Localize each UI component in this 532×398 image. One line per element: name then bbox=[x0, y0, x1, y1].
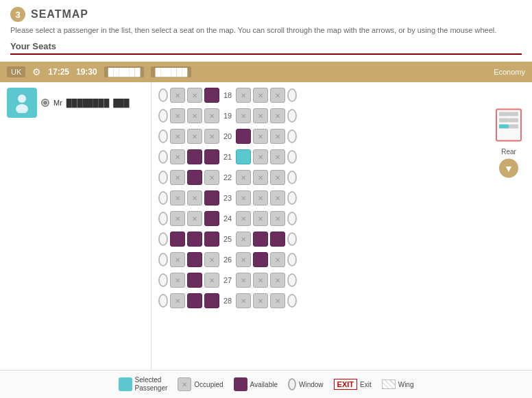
seat-24A[interactable] bbox=[170, 211, 185, 226]
mini-map bbox=[496, 109, 522, 142]
seat-23E[interactable] bbox=[253, 190, 268, 206]
window-oval-right bbox=[287, 212, 297, 225]
window-oval-right bbox=[287, 273, 297, 287]
seat-19C[interactable] bbox=[204, 108, 219, 123]
seat-19A[interactable] bbox=[170, 108, 185, 123]
legend-selected: SelectedPassenger bbox=[119, 376, 168, 393]
seat-26B[interactable] bbox=[187, 252, 202, 267]
seat-26A[interactable] bbox=[170, 252, 185, 267]
seat-27F[interactable] bbox=[270, 273, 285, 288]
seat-19B[interactable] bbox=[187, 108, 202, 123]
seat-19D[interactable] bbox=[236, 108, 251, 123]
selected-icon bbox=[119, 377, 132, 391]
seat-24F[interactable] bbox=[270, 211, 285, 226]
seat-22F[interactable] bbox=[270, 170, 285, 185]
window-oval-left bbox=[158, 150, 168, 164]
seat-24E[interactable] bbox=[253, 211, 268, 226]
seat-25C[interactable] bbox=[204, 232, 219, 247]
main-area: Mr ████████ ███ 18 bbox=[0, 82, 532, 370]
seat-23D[interactable] bbox=[236, 190, 251, 206]
seat-25F[interactable] bbox=[270, 232, 285, 247]
seat-22C[interactable] bbox=[204, 170, 219, 185]
seat-24D[interactable] bbox=[236, 211, 251, 226]
legend-wing: Wing bbox=[382, 380, 414, 389]
seat-28A[interactable] bbox=[170, 293, 185, 308]
seat-25D[interactable] bbox=[236, 232, 251, 247]
row-number-26: 26 bbox=[221, 256, 234, 264]
arrival-time: 19:30 bbox=[76, 67, 97, 77]
seat-20B[interactable] bbox=[187, 129, 202, 144]
seat-18E[interactable] bbox=[253, 88, 268, 103]
table-row: 24 bbox=[158, 209, 525, 228]
seat-18C[interactable] bbox=[204, 88, 219, 103]
seat-20C[interactable] bbox=[204, 129, 219, 144]
window-oval-right bbox=[287, 129, 297, 143]
seat-26D[interactable] bbox=[236, 252, 251, 267]
seat-28E[interactable] bbox=[253, 293, 268, 308]
gear-icon[interactable]: ⚙ bbox=[32, 66, 41, 77]
seat-24C[interactable] bbox=[204, 211, 219, 226]
svg-point-1 bbox=[16, 104, 28, 113]
seat-27D[interactable] bbox=[236, 273, 251, 288]
seat-22A[interactable] bbox=[170, 170, 185, 185]
seat-20E[interactable] bbox=[253, 129, 268, 144]
available-icon bbox=[234, 377, 247, 391]
legend-available: Available bbox=[234, 377, 278, 391]
avatar-icon bbox=[12, 92, 32, 113]
seat-26C[interactable] bbox=[204, 252, 219, 267]
seat-21B[interactable] bbox=[187, 149, 202, 164]
passenger-avatar bbox=[7, 88, 37, 118]
seat-22B[interactable] bbox=[187, 170, 202, 185]
svg-point-0 bbox=[18, 95, 26, 103]
seat-28C[interactable] bbox=[204, 293, 219, 308]
seat-21E[interactable] bbox=[253, 149, 268, 164]
seatmap-grid: 18 19 bbox=[152, 82, 532, 314]
seat-22D[interactable] bbox=[236, 170, 251, 185]
nav-controls: ▲ Front Rear ▼ bbox=[496, 82, 522, 178]
seat-19F[interactable] bbox=[270, 108, 285, 123]
seat-28B[interactable] bbox=[187, 293, 202, 308]
seat-25B[interactable] bbox=[187, 232, 202, 247]
seat-18A[interactable] bbox=[170, 88, 185, 103]
seat-22E[interactable] bbox=[253, 170, 268, 185]
seat-24B[interactable] bbox=[187, 211, 202, 226]
window-oval-right bbox=[287, 253, 297, 266]
seat-25E[interactable] bbox=[253, 232, 268, 247]
seat-20F[interactable] bbox=[270, 129, 285, 144]
seat-20D[interactable] bbox=[236, 129, 251, 144]
seat-27A[interactable] bbox=[170, 273, 185, 288]
seat-20A[interactable] bbox=[170, 129, 185, 144]
seat-25A[interactable] bbox=[170, 232, 185, 247]
flight-class: Economy bbox=[494, 68, 525, 76]
seat-23F[interactable] bbox=[270, 190, 285, 206]
page-container: 3 SEATMAP Please select a passenger in t… bbox=[0, 0, 532, 398]
row-number-21: 21 bbox=[221, 153, 234, 161]
seat-28F[interactable] bbox=[270, 293, 285, 308]
seat-18D[interactable] bbox=[236, 88, 251, 103]
seat-27E[interactable] bbox=[253, 273, 268, 288]
seat-23A[interactable] bbox=[170, 190, 185, 206]
scroll-rear-button[interactable]: ▼ bbox=[499, 159, 518, 178]
header: 3 SEATMAP Please select a passenger in t… bbox=[0, 0, 532, 62]
seat-21A[interactable] bbox=[170, 149, 185, 164]
seat-26E[interactable] bbox=[253, 252, 268, 267]
seat-27C[interactable] bbox=[204, 273, 219, 288]
seat-28D[interactable] bbox=[236, 293, 251, 308]
seat-21F[interactable] bbox=[270, 149, 285, 164]
seat-21D-selected[interactable] bbox=[236, 149, 251, 164]
seat-18F[interactable] bbox=[270, 88, 285, 103]
passenger-radio[interactable] bbox=[41, 99, 49, 107]
seat-19E[interactable] bbox=[253, 108, 268, 123]
seat-23B[interactable] bbox=[187, 190, 202, 206]
seat-18B[interactable] bbox=[187, 88, 202, 103]
seat-23C[interactable] bbox=[204, 190, 219, 206]
table-row: 18 bbox=[158, 86, 525, 105]
passenger-lastname: ███ bbox=[113, 99, 129, 107]
window-oval-left bbox=[158, 273, 168, 287]
flight-number: ██████ bbox=[151, 66, 191, 77]
seat-27B[interactable] bbox=[187, 273, 202, 288]
subtitle: Please select a passenger in the list, t… bbox=[10, 25, 522, 36]
seat-26F[interactable] bbox=[270, 252, 285, 267]
window-oval-right bbox=[287, 191, 297, 205]
seat-21C[interactable] bbox=[204, 149, 219, 164]
